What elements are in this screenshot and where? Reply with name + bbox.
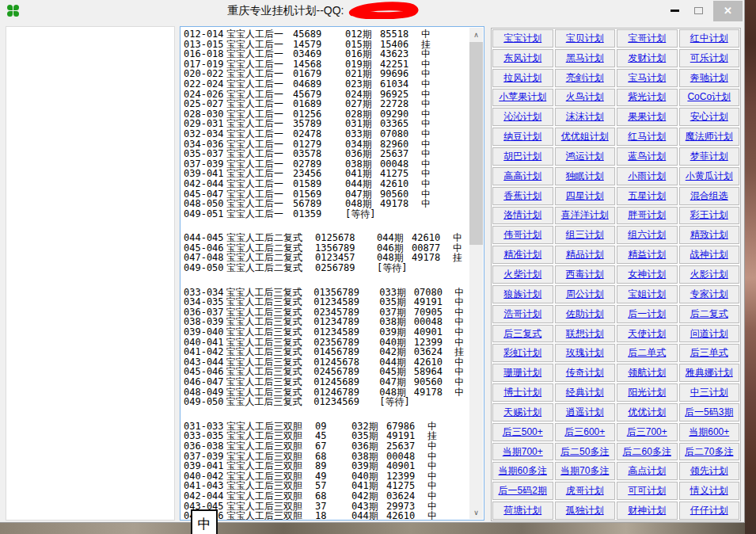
plan-link[interactable]: 仔仔计划 — [679, 502, 740, 520]
plan-link[interactable]: 财神计划 — [617, 502, 678, 520]
plan-link[interactable]: 天使计划 — [617, 325, 678, 343]
plan-link[interactable]: 东风计划 — [492, 49, 553, 67]
plan-link[interactable]: 纳豆计划 — [492, 128, 553, 146]
plan-link[interactable]: 专家计划 — [679, 285, 740, 303]
plan-link[interactable]: 后三复式 — [492, 325, 553, 343]
plan-link[interactable]: 四星计划 — [555, 187, 616, 205]
plan-link[interactable]: 鸿运计划 — [555, 147, 616, 166]
plan-link[interactable]: 经典计划 — [555, 383, 616, 402]
plan-link[interactable]: 可可计划 — [617, 482, 678, 500]
plan-link[interactable]: 虎哥计划 — [555, 482, 616, 500]
plan-link[interactable]: 果果计划 — [617, 108, 678, 126]
plan-link[interactable]: 香蕉计划 — [492, 187, 553, 205]
plan-link[interactable]: 亮剑计划 — [555, 69, 616, 87]
plan-link[interactable]: 精准计划 — [492, 246, 553, 264]
plan-link[interactable]: 优优计划 — [617, 403, 678, 421]
plan-link[interactable]: 伟哥计划 — [492, 226, 553, 244]
plan-link[interactable]: CoCo计划 — [679, 89, 740, 107]
plan-link[interactable]: 后三500+ — [492, 423, 553, 441]
plan-link[interactable]: 博士计划 — [492, 383, 553, 402]
plan-link[interactable]: 宝马计划 — [617, 69, 678, 87]
plan-link[interactable]: 战神计划 — [679, 246, 740, 264]
plan-link[interactable]: 情义计划 — [679, 482, 740, 500]
plan-link[interactable]: 洛情计划 — [492, 207, 553, 225]
plan-link[interactable]: 安心计划 — [679, 108, 740, 126]
plan-link[interactable]: 黑马计划 — [555, 49, 616, 67]
plan-link[interactable]: 蓝鸟计划 — [617, 147, 678, 166]
plan-link[interactable]: 后三700+ — [617, 423, 678, 441]
plan-link[interactable]: 火柴计划 — [492, 265, 553, 284]
plan-link[interactable]: 雅典娜计划 — [679, 364, 740, 382]
plan-link[interactable]: 沫沫计划 — [555, 108, 616, 126]
plan-link[interactable]: 后二单式 — [617, 344, 678, 362]
plan-link[interactable]: 混合组选 — [679, 187, 740, 205]
plan-link[interactable]: 红马计划 — [617, 128, 678, 146]
plan-link[interactable]: 当期70多注 — [555, 462, 616, 480]
plan-link[interactable]: 后二60多注 — [617, 443, 678, 461]
plan-link[interactable]: 紫光计划 — [617, 89, 678, 107]
plan-link[interactable]: 后三单式 — [679, 344, 740, 362]
plan-link[interactable]: 奔驰计划 — [679, 69, 740, 87]
plan-link[interactable]: 后三600+ — [555, 423, 616, 441]
plan-link[interactable]: 女神计划 — [617, 265, 678, 284]
plan-link[interactable]: 浩哥计划 — [492, 305, 553, 323]
plan-link[interactable]: 拉风计划 — [492, 69, 553, 87]
plan-link[interactable]: 珊珊计划 — [492, 364, 553, 382]
plan-link[interactable]: 领航计划 — [617, 364, 678, 382]
scrollbar-thumb[interactable] — [469, 42, 483, 245]
plan-link[interactable]: 优优姐计划 — [555, 128, 616, 146]
plan-link[interactable]: 火鸟计划 — [555, 89, 616, 107]
close-button[interactable]: ✕ — [713, 1, 743, 21]
plan-link[interactable]: 后二70多注 — [679, 443, 740, 461]
plan-link[interactable]: 五星计划 — [617, 187, 678, 205]
plan-link[interactable]: 小雨计划 — [617, 167, 678, 185]
scroll-up-icon[interactable]: ∧ — [469, 28, 483, 41]
plan-link[interactable]: 荷塘计划 — [492, 502, 553, 520]
plan-link[interactable]: 后一5码3期 — [679, 403, 740, 421]
plan-link[interactable]: 天赐计划 — [492, 403, 553, 421]
scroll-down-icon[interactable]: ∨ — [469, 505, 483, 519]
plan-link[interactable]: 红中计划 — [679, 29, 740, 48]
plan-link[interactable]: 领先计划 — [679, 462, 740, 480]
plan-link[interactable]: 小黄瓜计划 — [679, 167, 740, 185]
plan-link[interactable]: 胖哥计划 — [617, 207, 678, 225]
plan-link[interactable]: 宝哥计划 — [617, 29, 678, 48]
plan-link[interactable]: 彩王计划 — [679, 207, 740, 225]
plan-link[interactable]: 小苹果计划 — [492, 89, 553, 107]
plan-link[interactable]: 中三计划 — [679, 383, 740, 402]
plan-link[interactable]: 高点计划 — [617, 462, 678, 480]
plan-link[interactable]: 火影计划 — [679, 265, 740, 284]
plan-link[interactable]: 阳光计划 — [617, 383, 678, 402]
plan-link[interactable]: 逍遥计划 — [555, 403, 616, 421]
plan-link[interactable]: 狼族计划 — [492, 285, 553, 303]
plan-link[interactable]: 后二复式 — [679, 305, 740, 323]
plan-link[interactable]: 后一计划 — [617, 305, 678, 323]
plan-link[interactable]: 组六计划 — [617, 226, 678, 244]
plan-board[interactable]: 012-014宝宝人工后一45689012期85518中013-015宝宝人工后… — [180, 26, 484, 521]
titlebar[interactable]: 重庆专业挂机计划--QQ: ✕ — [0, 0, 744, 22]
minimize-button[interactable] — [663, 0, 686, 21]
plan-link[interactable]: 后二50多注 — [555, 443, 616, 461]
plan-link[interactable]: 西毒计划 — [555, 265, 616, 284]
plan-link[interactable]: 精品计划 — [555, 246, 616, 264]
plan-link[interactable]: 宝贝计划 — [555, 29, 616, 48]
plan-link[interactable]: 佐助计划 — [555, 305, 616, 323]
plan-link[interactable]: 胡巴计划 — [492, 147, 553, 166]
plan-link[interactable]: 喜洋洋计划 — [555, 207, 616, 225]
plan-link[interactable]: 当期700+ — [492, 443, 553, 461]
plan-link[interactable]: 沁沁计划 — [492, 108, 553, 126]
plan-link[interactable]: 魔法师计划 — [679, 128, 740, 146]
plan-link[interactable]: 周公计划 — [555, 285, 616, 303]
plan-link[interactable]: 孤独计划 — [555, 502, 616, 520]
plan-link[interactable]: 当期600+ — [679, 423, 740, 441]
maximize-button[interactable] — [686, 0, 710, 21]
plan-link[interactable]: 发财计划 — [617, 49, 678, 67]
plan-link[interactable]: 联想计划 — [555, 325, 616, 343]
plan-link[interactable]: 精致计划 — [679, 226, 740, 244]
plan-link[interactable]: 高高计划 — [492, 167, 553, 185]
plan-link[interactable]: 玫瑰计划 — [555, 344, 616, 362]
plan-link[interactable]: 组三计划 — [555, 226, 616, 244]
plan-link[interactable]: 问道计划 — [679, 325, 740, 343]
plan-link[interactable]: 宝宝计划 — [492, 29, 553, 48]
board-scrollbar[interactable]: ∧ ∨ — [469, 28, 483, 519]
